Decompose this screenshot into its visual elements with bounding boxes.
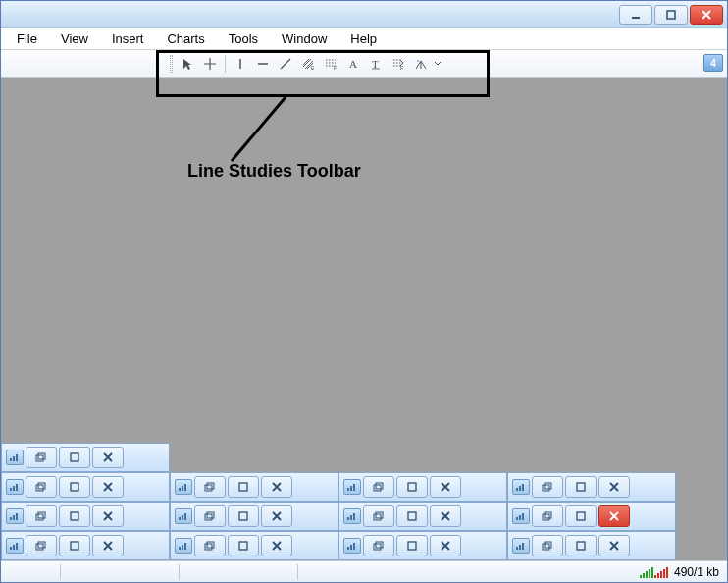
svg-rect-62 xyxy=(577,512,585,520)
child-restore-button[interactable] xyxy=(363,535,394,556)
svg-rect-49 xyxy=(205,514,212,520)
child-window-titlebar[interactable] xyxy=(1,531,170,560)
vertical-line-tool[interactable] xyxy=(230,53,251,75)
trendline-tool[interactable] xyxy=(275,53,296,75)
child-maximize-button[interactable] xyxy=(396,535,428,556)
menu-insert[interactable]: Insert xyxy=(102,29,154,48)
child-close-button[interactable] xyxy=(92,447,124,468)
svg-rect-71 xyxy=(184,543,186,550)
child-maximize-button[interactable] xyxy=(565,476,597,498)
child-maximize-button[interactable] xyxy=(396,505,428,527)
child-window-titlebar[interactable] xyxy=(507,502,676,531)
child-restore-button[interactable] xyxy=(194,535,226,556)
svg-rect-44 xyxy=(71,512,78,520)
cursor-tool[interactable] xyxy=(177,53,198,75)
toolbar-grip[interactable] xyxy=(170,55,173,73)
child-close-button[interactable] xyxy=(261,505,292,527)
menu-view[interactable]: View xyxy=(51,29,98,48)
child-close-button[interactable] xyxy=(598,505,630,527)
svg-rect-55 xyxy=(374,514,381,520)
chart-icon xyxy=(175,508,192,524)
child-maximize-button[interactable] xyxy=(228,476,259,498)
child-close-button[interactable] xyxy=(92,476,124,498)
child-restore-button[interactable] xyxy=(532,535,563,556)
fibonacci-tool[interactable]: F xyxy=(320,53,341,75)
child-window-titlebar[interactable] xyxy=(338,472,507,502)
child-maximize-button[interactable] xyxy=(59,476,90,498)
svg-rect-60 xyxy=(545,512,551,518)
crosshair-tool[interactable] xyxy=(199,53,221,75)
child-close-button[interactable] xyxy=(92,505,124,527)
child-close-button[interactable] xyxy=(598,535,630,556)
svg-rect-18 xyxy=(38,483,45,489)
application-window: File View Insert Charts Tools Window Hel… xyxy=(0,0,728,583)
horizontal-line-icon xyxy=(256,57,270,71)
svg-rect-31 xyxy=(374,485,381,491)
child-restore-button[interactable] xyxy=(26,535,57,556)
svg-rect-72 xyxy=(207,542,214,548)
child-window-row xyxy=(1,472,727,502)
toolbar-right-badge[interactable]: 4 xyxy=(703,54,723,72)
child-close-button[interactable] xyxy=(261,535,292,556)
svg-rect-78 xyxy=(376,542,383,548)
toolbar-dropdown[interactable] xyxy=(433,53,442,75)
child-restore-button[interactable] xyxy=(194,476,226,498)
child-restore-button[interactable] xyxy=(194,505,226,527)
child-window-titlebar[interactable] xyxy=(338,531,507,560)
child-maximize-button[interactable] xyxy=(396,476,428,498)
child-window-titlebar[interactable] xyxy=(507,531,676,560)
child-window-titlebar[interactable] xyxy=(170,531,338,560)
svg-rect-20 xyxy=(71,483,78,491)
svg-rect-10 xyxy=(13,456,15,461)
child-restore-button[interactable] xyxy=(363,476,394,498)
svg-rect-19 xyxy=(36,485,43,491)
menu-charts[interactable]: Charts xyxy=(157,29,214,48)
svg-rect-64 xyxy=(13,545,15,550)
child-window-titlebar[interactable] xyxy=(507,472,676,502)
child-close-button[interactable] xyxy=(430,535,461,556)
child-maximize-button[interactable] xyxy=(228,535,259,556)
svg-rect-86 xyxy=(577,542,585,550)
toolbar-separator xyxy=(225,55,226,73)
child-maximize-button[interactable] xyxy=(59,535,90,556)
svg-rect-52 xyxy=(350,515,352,520)
child-window-titlebar[interactable] xyxy=(1,443,170,472)
minimize-button[interactable] xyxy=(619,5,652,25)
svg-rect-0 xyxy=(632,17,640,19)
child-restore-button[interactable] xyxy=(26,476,57,498)
child-maximize-button[interactable] xyxy=(228,505,259,527)
text-label-tool[interactable]: A xyxy=(342,53,364,75)
child-maximize-button[interactable] xyxy=(59,447,90,468)
child-restore-button[interactable] xyxy=(363,505,394,527)
menu-window[interactable]: Window xyxy=(272,29,337,48)
child-window-titlebar[interactable] xyxy=(170,502,338,531)
child-restore-button[interactable] xyxy=(532,505,563,527)
menu-file[interactable]: File xyxy=(7,29,47,48)
child-maximize-button[interactable] xyxy=(59,505,90,527)
menu-tools[interactable]: Tools xyxy=(219,29,268,48)
child-close-button[interactable] xyxy=(430,505,461,527)
text-object-tool[interactable]: T xyxy=(365,53,387,75)
child-close-button[interactable] xyxy=(261,476,292,498)
child-restore-button[interactable] xyxy=(532,476,563,498)
child-close-button[interactable] xyxy=(92,535,124,556)
menu-help[interactable]: Help xyxy=(340,29,387,48)
child-maximize-button[interactable] xyxy=(565,505,597,527)
child-close-button[interactable] xyxy=(598,476,630,498)
child-window-titlebar[interactable] xyxy=(1,472,170,502)
child-maximize-button[interactable] xyxy=(565,535,597,556)
close-button[interactable] xyxy=(690,5,723,25)
child-window-titlebar[interactable] xyxy=(170,472,338,502)
equidistant-channel-tool[interactable]: E xyxy=(297,53,319,75)
fibonacci-arrow-tool[interactable]: F xyxy=(388,53,409,75)
child-close-button[interactable] xyxy=(430,476,461,498)
svg-rect-45 xyxy=(179,517,181,520)
horizontal-line-tool[interactable] xyxy=(252,53,274,75)
child-window-titlebar[interactable] xyxy=(1,502,170,531)
child-restore-button[interactable] xyxy=(26,447,57,468)
pitchfork-tool[interactable] xyxy=(410,53,432,75)
child-restore-button[interactable] xyxy=(26,505,57,527)
child-window-titlebar[interactable] xyxy=(338,502,507,531)
maximize-button[interactable] xyxy=(654,5,688,25)
chart-icon xyxy=(6,538,24,554)
